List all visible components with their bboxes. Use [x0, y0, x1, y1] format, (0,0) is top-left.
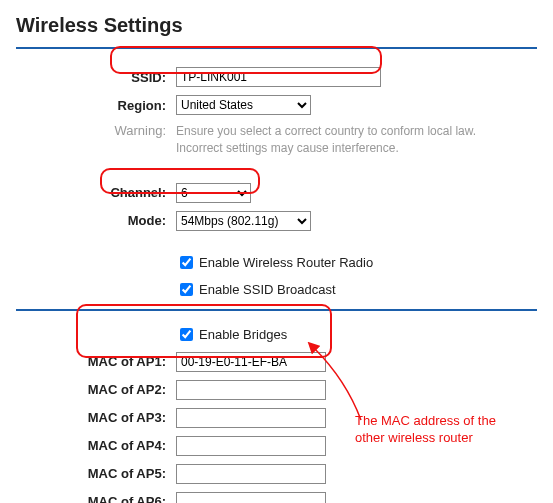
annotation-text: The MAC address of the other wireless ro…	[355, 413, 525, 447]
region-select[interactable]: United States	[176, 95, 311, 115]
mac-ap4-input[interactable]	[176, 436, 326, 456]
page-title: Wireless Settings	[16, 14, 537, 37]
mac-ap6-input[interactable]	[176, 492, 326, 503]
enable-bridges-label: Enable Bridges	[199, 327, 287, 342]
mac-ap5-input[interactable]	[176, 464, 326, 484]
mac-ap2-input[interactable]	[176, 380, 326, 400]
mac-ap4-label: MAC of AP4:	[16, 438, 176, 453]
mac-ap2-label: MAC of AP2:	[16, 382, 176, 397]
enable-radio-label: Enable Wireless Router Radio	[199, 255, 373, 270]
mac-ap5-label: MAC of AP5:	[16, 466, 176, 481]
enable-ssid-label: Enable SSID Broadcast	[199, 282, 336, 297]
warning-label: Warning:	[16, 123, 176, 138]
enable-radio-checkbox[interactable]	[180, 256, 193, 269]
warning-text: Ensure you select a correct country to c…	[176, 123, 496, 157]
mode-select[interactable]: 54Mbps (802.11g)	[176, 211, 311, 231]
channel-label: Channel:	[16, 185, 176, 200]
region-label: Region:	[16, 98, 176, 113]
ssid-input[interactable]	[176, 67, 381, 87]
enable-bridges-checkbox[interactable]	[180, 328, 193, 341]
ssid-label: SSID:	[16, 70, 176, 85]
mac-ap1-input[interactable]	[176, 352, 326, 372]
enable-ssid-checkbox[interactable]	[180, 283, 193, 296]
mac-ap3-input[interactable]	[176, 408, 326, 428]
mac-ap1-label: MAC of AP1:	[16, 354, 176, 369]
divider-mid	[16, 309, 537, 311]
divider-top	[16, 47, 537, 49]
channel-select[interactable]: 6	[176, 183, 251, 203]
mac-ap3-label: MAC of AP3:	[16, 410, 176, 425]
mac-ap6-label: MAC of AP6:	[16, 494, 176, 503]
mode-label: Mode:	[16, 213, 176, 228]
